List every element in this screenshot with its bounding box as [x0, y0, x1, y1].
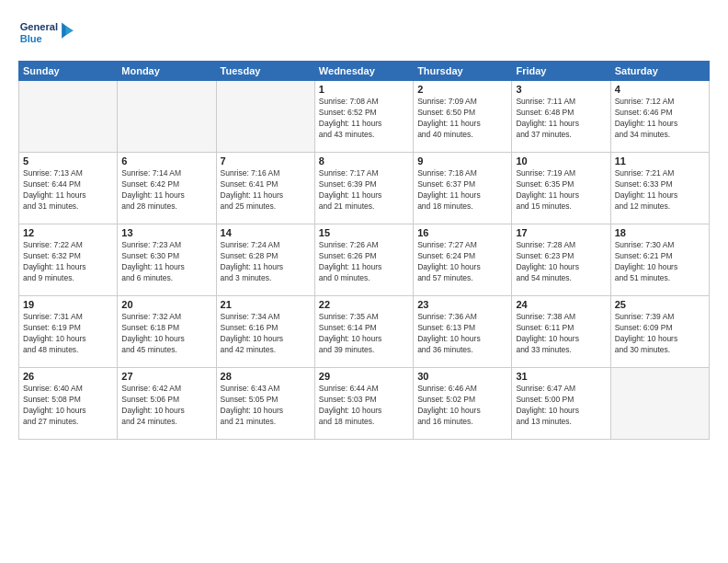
calendar-cell: 20Sunrise: 7:32 AM Sunset: 6:18 PM Dayli…	[118, 296, 216, 368]
page-header: General Blue	[18, 15, 710, 53]
svg-marker-3	[65, 26, 74, 35]
day-info: Sunrise: 7:09 AM Sunset: 6:50 PM Dayligh…	[417, 97, 507, 141]
day-number: 4	[615, 84, 705, 95]
day-info: Sunrise: 7:39 AM Sunset: 6:09 PM Dayligh…	[615, 312, 705, 356]
day-info: Sunrise: 7:13 AM Sunset: 6:44 PM Dayligh…	[23, 168, 113, 213]
day-info: Sunrise: 7:32 AM Sunset: 6:18 PM Dayligh…	[121, 312, 211, 356]
calendar-cell: 10Sunrise: 7:19 AM Sunset: 6:35 PM Dayli…	[512, 153, 610, 224]
svg-text:Blue: Blue	[20, 33, 42, 44]
calendar-cell: 27Sunrise: 6:42 AM Sunset: 5:06 PM Dayli…	[118, 368, 216, 440]
calendar-cell: 11Sunrise: 7:21 AM Sunset: 6:33 PM Dayli…	[610, 153, 709, 224]
weekday-header-tuesday: Tuesday	[216, 62, 314, 81]
calendar-cell: 21Sunrise: 7:34 AM Sunset: 6:16 PM Dayli…	[216, 296, 314, 368]
day-number: 15	[319, 227, 409, 238]
week-row-4: 26Sunrise: 6:40 AM Sunset: 5:08 PM Dayli…	[19, 368, 710, 440]
day-info: Sunrise: 7:34 AM Sunset: 6:16 PM Dayligh…	[221, 312, 311, 356]
calendar-cell: 5Sunrise: 7:13 AM Sunset: 6:44 PM Daylig…	[19, 153, 118, 224]
day-info: Sunrise: 7:27 AM Sunset: 6:24 PM Dayligh…	[417, 240, 507, 284]
calendar-cell: 8Sunrise: 7:17 AM Sunset: 6:39 PM Daylig…	[314, 153, 413, 224]
day-number: 9	[417, 155, 507, 167]
day-number: 28	[221, 371, 311, 382]
day-info: Sunrise: 7:21 AM Sunset: 6:33 PM Dayligh…	[615, 168, 705, 213]
svg-text:General: General	[20, 21, 58, 32]
calendar-cell: 16Sunrise: 7:27 AM Sunset: 6:24 PM Dayli…	[414, 224, 512, 296]
day-info: Sunrise: 6:46 AM Sunset: 5:02 PM Dayligh…	[417, 384, 507, 428]
day-info: Sunrise: 7:12 AM Sunset: 6:46 PM Dayligh…	[615, 97, 705, 141]
calendar-cell: 19Sunrise: 7:31 AM Sunset: 6:19 PM Dayli…	[19, 296, 118, 368]
calendar-cell: 9Sunrise: 7:18 AM Sunset: 6:37 PM Daylig…	[414, 153, 512, 224]
calendar-cell: 17Sunrise: 7:28 AM Sunset: 6:23 PM Dayli…	[512, 224, 610, 296]
calendar-cell: 24Sunrise: 7:38 AM Sunset: 6:11 PM Dayli…	[512, 296, 610, 368]
day-info: Sunrise: 7:16 AM Sunset: 6:41 PM Dayligh…	[221, 168, 311, 213]
day-info: Sunrise: 6:44 AM Sunset: 5:03 PM Dayligh…	[319, 384, 409, 428]
day-number: 2	[417, 84, 507, 95]
calendar-cell: 31Sunrise: 6:47 AM Sunset: 5:00 PM Dayli…	[512, 368, 610, 440]
week-row-2: 12Sunrise: 7:22 AM Sunset: 6:32 PM Dayli…	[19, 224, 710, 296]
day-info: Sunrise: 7:11 AM Sunset: 6:48 PM Dayligh…	[516, 97, 606, 141]
day-number: 24	[516, 299, 606, 310]
day-info: Sunrise: 7:08 AM Sunset: 6:52 PM Dayligh…	[319, 97, 409, 141]
calendar-cell: 18Sunrise: 7:30 AM Sunset: 6:21 PM Dayli…	[610, 224, 709, 296]
day-number: 10	[516, 155, 606, 167]
weekday-header-friday: Friday	[512, 62, 610, 81]
week-row-0: 1Sunrise: 7:08 AM Sunset: 6:52 PM Daylig…	[19, 81, 710, 153]
day-info: Sunrise: 6:43 AM Sunset: 5:05 PM Dayligh…	[221, 384, 311, 428]
calendar-cell	[216, 81, 314, 153]
calendar-cell: 13Sunrise: 7:23 AM Sunset: 6:30 PM Dayli…	[118, 224, 216, 296]
day-info: Sunrise: 7:19 AM Sunset: 6:35 PM Dayligh…	[516, 168, 606, 213]
day-info: Sunrise: 7:35 AM Sunset: 6:14 PM Dayligh…	[319, 312, 409, 356]
calendar-cell: 23Sunrise: 7:36 AM Sunset: 6:13 PM Dayli…	[414, 296, 512, 368]
calendar-table: SundayMondayTuesdayWednesdayThursdayFrid…	[18, 61, 710, 440]
calendar-cell: 7Sunrise: 7:16 AM Sunset: 6:41 PM Daylig…	[216, 153, 314, 224]
calendar-cell: 28Sunrise: 6:43 AM Sunset: 5:05 PM Dayli…	[216, 368, 314, 440]
calendar-cell: 22Sunrise: 7:35 AM Sunset: 6:14 PM Dayli…	[314, 296, 413, 368]
day-info: Sunrise: 7:28 AM Sunset: 6:23 PM Dayligh…	[516, 240, 606, 284]
day-number: 31	[516, 371, 606, 382]
calendar-cell: 4Sunrise: 7:12 AM Sunset: 6:46 PM Daylig…	[610, 81, 709, 153]
calendar-cell: 1Sunrise: 7:08 AM Sunset: 6:52 PM Daylig…	[314, 81, 413, 153]
day-info: Sunrise: 7:26 AM Sunset: 6:26 PM Dayligh…	[319, 240, 409, 284]
day-number: 13	[121, 227, 211, 238]
day-number: 5	[23, 155, 113, 167]
day-number: 23	[417, 299, 507, 310]
day-number: 29	[319, 371, 409, 382]
weekday-header-monday: Monday	[118, 62, 216, 81]
day-number: 11	[615, 155, 705, 167]
weekday-header-wednesday: Wednesday	[314, 62, 413, 81]
calendar-cell	[19, 81, 118, 153]
calendar-cell: 14Sunrise: 7:24 AM Sunset: 6:28 PM Dayli…	[216, 224, 314, 296]
day-number: 22	[319, 299, 409, 310]
day-number: 8	[319, 155, 409, 167]
day-info: Sunrise: 7:24 AM Sunset: 6:28 PM Dayligh…	[221, 240, 311, 284]
weekday-header-row: SundayMondayTuesdayWednesdayThursdayFrid…	[19, 62, 710, 81]
day-number: 1	[319, 84, 409, 95]
week-row-1: 5Sunrise: 7:13 AM Sunset: 6:44 PM Daylig…	[19, 153, 710, 224]
weekday-header-thursday: Thursday	[414, 62, 512, 81]
day-number: 14	[221, 227, 311, 238]
calendar-cell: 29Sunrise: 6:44 AM Sunset: 5:03 PM Dayli…	[314, 368, 413, 440]
weekday-header-sunday: Sunday	[19, 62, 118, 81]
day-number: 27	[121, 371, 211, 382]
day-info: Sunrise: 6:40 AM Sunset: 5:08 PM Dayligh…	[23, 384, 113, 428]
calendar-cell: 15Sunrise: 7:26 AM Sunset: 6:26 PM Dayli…	[314, 224, 413, 296]
day-info: Sunrise: 7:14 AM Sunset: 6:42 PM Dayligh…	[121, 168, 211, 213]
day-number: 6	[121, 155, 211, 167]
day-info: Sunrise: 7:23 AM Sunset: 6:30 PM Dayligh…	[121, 240, 211, 284]
calendar-cell: 3Sunrise: 7:11 AM Sunset: 6:48 PM Daylig…	[512, 81, 610, 153]
day-number: 30	[417, 371, 507, 382]
day-number: 20	[121, 299, 211, 310]
day-info: Sunrise: 7:31 AM Sunset: 6:19 PM Dayligh…	[23, 312, 113, 356]
calendar-cell: 12Sunrise: 7:22 AM Sunset: 6:32 PM Dayli…	[19, 224, 118, 296]
logo: General Blue	[18, 15, 74, 53]
day-info: Sunrise: 7:36 AM Sunset: 6:13 PM Dayligh…	[417, 312, 507, 356]
calendar-cell: 26Sunrise: 6:40 AM Sunset: 5:08 PM Dayli…	[19, 368, 118, 440]
logo-icon: General Blue	[18, 15, 74, 53]
day-info: Sunrise: 6:42 AM Sunset: 5:06 PM Dayligh…	[121, 384, 211, 428]
day-number: 18	[615, 227, 705, 238]
day-number: 25	[615, 299, 705, 310]
calendar-cell	[118, 81, 216, 153]
day-info: Sunrise: 7:18 AM Sunset: 6:37 PM Dayligh…	[417, 168, 507, 213]
day-info: Sunrise: 7:38 AM Sunset: 6:11 PM Dayligh…	[516, 312, 606, 356]
day-info: Sunrise: 7:17 AM Sunset: 6:39 PM Dayligh…	[319, 168, 409, 213]
weekday-header-saturday: Saturday	[610, 62, 709, 81]
